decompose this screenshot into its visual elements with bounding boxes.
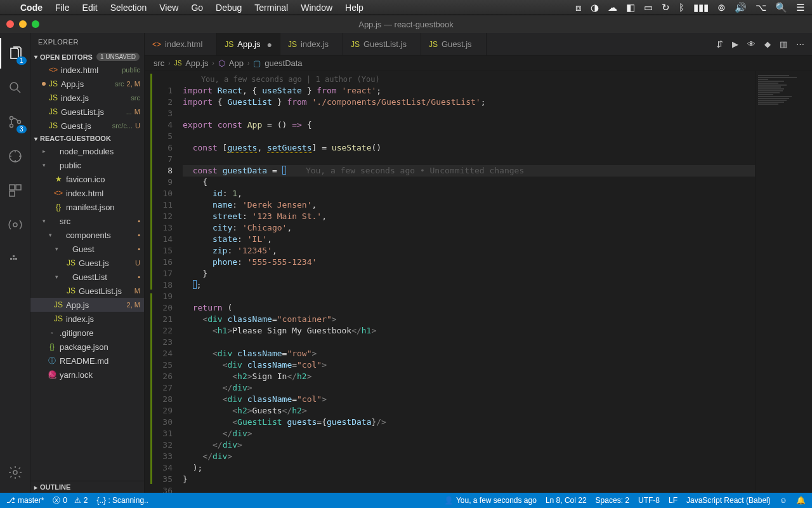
breadcrumb-item[interactable]: src (154, 58, 164, 68)
breadcrumb-item[interactable]: App (229, 58, 244, 68)
menu-selection[interactable]: Selection (110, 3, 147, 13)
open-editor-item[interactable]: JSApp.jssrc2, M (30, 77, 144, 91)
activity-settings-icon[interactable] (0, 457, 30, 488)
project-section[interactable]: ▾ REACT-GUESTBOOK (30, 133, 144, 144)
breadcrumb-item[interactable]: guestData (265, 58, 302, 68)
status-encoding[interactable]: UTF-8 (638, 496, 660, 505)
activity-debug-icon[interactable] (0, 141, 30, 171)
zoom-window-icon[interactable] (32, 20, 39, 28)
more-actions-icon[interactable]: ⋯ (796, 39, 804, 49)
activity-live-icon[interactable] (0, 210, 30, 240)
file-name: GuestList.js (61, 107, 124, 117)
tree-item[interactable]: JSindex.js (30, 312, 144, 326)
tree-item[interactable]: ⓘREADME.md (30, 354, 144, 368)
minimize-window-icon[interactable] (19, 20, 27, 28)
open-editor-item[interactable]: <>index.htmlpublic (30, 63, 144, 77)
preview-icon[interactable]: 👁 (747, 39, 756, 49)
macos-menubar: Code File Edit Selection View Go Debug T… (0, 0, 812, 15)
svg-point-2 (10, 124, 13, 128)
editor-tab[interactable]: JSindex.js (280, 33, 343, 55)
tree-item[interactable]: 🧶yarn.lock (30, 368, 144, 382)
status-feedback-icon[interactable]: ☺ (780, 496, 787, 505)
tree-item[interactable]: ▾Guest• (30, 242, 144, 256)
tree-item[interactable]: ★favicon.ico (30, 172, 144, 186)
status-branch[interactable]: ⎇ master* (6, 496, 44, 505)
menu-go[interactable]: Go (191, 3, 203, 13)
tree-item[interactable]: ▾GuestList• (30, 270, 144, 284)
volume-icon[interactable]: 🔊 (735, 2, 747, 13)
tree-item[interactable]: JSGuestList.jsM (30, 284, 144, 298)
spotlight-icon[interactable]: 🔍 (775, 2, 787, 13)
file-name: Guest.js (79, 258, 133, 268)
tree-item[interactable]: ◦.gitignore (30, 326, 144, 340)
file-icon: JS (429, 40, 438, 49)
open-editors-section[interactable]: ▾ OPEN EDITORS 1 UNSAVED (30, 51, 144, 63)
breadcrumb-item[interactable]: App.js (185, 58, 208, 68)
status-language[interactable]: JavaScript React (Babel) (686, 496, 771, 505)
editor-tab[interactable]: <>index.html (145, 33, 217, 55)
dirty-dot-icon[interactable]: ● (266, 39, 272, 50)
menu-help[interactable]: Help (345, 3, 363, 13)
code-editor[interactable]: 1234567891011121314151617181920212223242… (145, 71, 812, 493)
tree-item[interactable]: {}manifest.json (30, 200, 144, 214)
git-icon[interactable]: ◆ (764, 39, 771, 49)
editor-tab[interactable]: JSGuestList.js (343, 33, 421, 55)
code-content[interactable]: You, a few seconds ago | 1 author (You)i… (179, 71, 755, 493)
status-position[interactable]: Ln 8, Col 22 (546, 496, 587, 505)
tree-item[interactable]: ▸node_modules (30, 144, 144, 158)
tree-item[interactable]: ▾public (30, 158, 144, 172)
bluetooth-icon[interactable]: ᛒ (679, 2, 684, 13)
app-indicator-icon[interactable]: ◑ (591, 2, 599, 13)
status-eol[interactable]: LF (669, 496, 678, 505)
editor-tab[interactable]: JSGuest.js (421, 33, 487, 55)
svg-rect-10 (13, 258, 15, 260)
open-editor-item[interactable]: JSindex.jssrc (30, 91, 144, 105)
camera-icon[interactable]: ◧ (626, 2, 635, 13)
activity-extensions-icon[interactable] (0, 175, 30, 206)
menu-window[interactable]: Window (301, 3, 332, 13)
outline-section[interactable]: ▸ OUTLINE (30, 481, 144, 493)
open-editor-item[interactable]: JSGuest.jssrc/c...U (30, 119, 144, 133)
tree-item[interactable]: <>index.html (30, 186, 144, 200)
screen-icon[interactable]: ▭ (644, 2, 653, 13)
close-window-icon[interactable] (6, 20, 14, 28)
window-title: App.js — react-guestbook (358, 20, 454, 29)
scm-status: • (138, 245, 140, 253)
status-spaces[interactable]: Spaces: 2 (596, 496, 629, 505)
control-icon[interactable]: ⌥ (756, 2, 766, 13)
wifi-icon[interactable]: ⊚ (717, 2, 726, 13)
battery-icon[interactable]: ▮▮▮ (693, 2, 709, 13)
menu-file[interactable]: File (55, 3, 70, 13)
menu-debug[interactable]: Debug (216, 3, 242, 13)
editor-tab[interactable]: JSApp.js● (217, 33, 280, 55)
menu-terminal[interactable]: Terminal (254, 3, 288, 13)
compare-icon[interactable]: ⇵ (716, 39, 723, 49)
status-scan[interactable]: {..} : Scanning.. (96, 496, 148, 505)
split-editor-icon[interactable]: ▥ (780, 39, 787, 49)
app-name[interactable]: Code (20, 3, 43, 13)
activity-scm-icon[interactable]: 3 (0, 107, 30, 137)
cloud-icon[interactable]: ☁ (608, 2, 617, 13)
menu-edit[interactable]: Edit (82, 3, 98, 13)
open-editor-item[interactable]: JSGuestList.js...M (30, 105, 144, 119)
activity-docker-icon[interactable] (0, 244, 30, 274)
run-icon[interactable]: ▶ (732, 39, 738, 49)
minimap[interactable] (755, 71, 812, 493)
breadcrumbs[interactable]: src › JS App.js › ⬡ App › ▢ guestData (145, 56, 812, 71)
tree-item[interactable]: JSGuest.jsU (30, 256, 144, 270)
status-problems[interactable]: ⓧ 0 ⚠ 2 (53, 495, 88, 506)
dropbox-icon[interactable]: ⧈ (575, 2, 582, 13)
tree-item[interactable]: JSApp.js2, M (30, 298, 144, 312)
menu-view[interactable]: View (159, 3, 178, 13)
tree-item[interactable]: ▾src• (30, 214, 144, 228)
activity-search-icon[interactable] (0, 72, 30, 103)
status-bell-icon[interactable]: 🔔 (796, 496, 806, 505)
timemachine-icon[interactable]: ↻ (662, 2, 670, 13)
file-name: index.js (61, 93, 128, 103)
tree-item[interactable]: {}package.json (30, 340, 144, 354)
activity-explorer-icon[interactable]: 1 (0, 38, 30, 69)
svg-point-1 (10, 117, 13, 120)
tree-item[interactable]: ▾components• (30, 228, 144, 242)
menu-icon[interactable]: ☰ (796, 2, 804, 13)
status-blame[interactable]: 👤 You, a few seconds ago (444, 496, 537, 505)
